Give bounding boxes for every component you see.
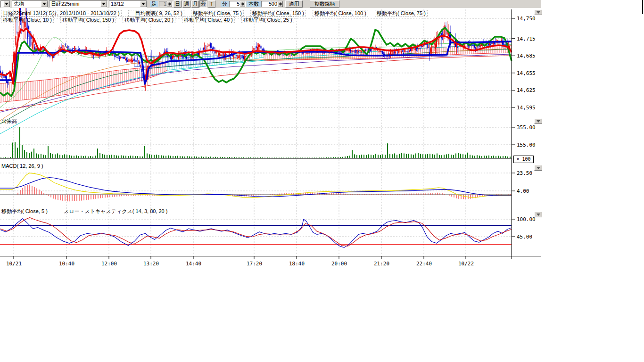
y-tick-label: 100.00 — [517, 216, 536, 222]
bar-count-label: 本数 — [247, 1, 261, 7]
window-edge-mark — [642, 0, 643, 14]
chevron-down-icon — [537, 214, 540, 216]
x-tick-label: 20:00 — [331, 261, 347, 267]
tick-button[interactable]: T — [208, 0, 215, 8]
chevron-down-icon — [537, 167, 540, 169]
mini-combo[interactable] — [0, 0, 10, 8]
bar-interval-value: 1 — [159, 1, 167, 7]
app-window: 14,75014,71514,68514,65514,62514,595355.… — [0, 0, 644, 362]
stoch-pane-dropdown-button[interactable] — [534, 212, 542, 217]
chevron-down-icon — [537, 11, 540, 14]
volume-pane-dropdown-button[interactable] — [534, 118, 542, 124]
minutes-stepper[interactable]: 5 — [229, 1, 246, 7]
legend-item: 移動平均( Close, 100 ) — [313, 10, 368, 16]
spinner-icon[interactable] — [167, 1, 172, 7]
y-tick-label: 4.00 — [517, 188, 529, 194]
y-tick-label: 14,595 — [517, 105, 536, 111]
symbol-combo-value: 日経225mini — [50, 1, 100, 7]
legend-item: 移動平均( Close, 75 ) — [375, 10, 428, 16]
y-tick-label: 14,750 — [517, 16, 536, 22]
chevron-down-icon[interactable] — [3, 1, 10, 7]
price-pane-legend-row1: 日経225mini 13/12( 5分, 2013/10/18 - 2013/1… — [1, 10, 428, 16]
legend-item: 日経225mini 13/12( 5分, 2013/10/18 - 2013/1… — [1, 10, 122, 16]
x-tick-label: 10:40 — [59, 261, 74, 267]
apply-button[interactable]: 適用 — [285, 0, 303, 8]
y-tick-label: 14,655 — [517, 70, 536, 76]
y-tick-label: 23.50 — [517, 170, 532, 176]
x-tick-label: 17:20 — [247, 261, 262, 267]
legend-item: 移動平均( Close, 75 ) — [191, 10, 244, 16]
x-tick-label: 10/22 — [458, 261, 474, 267]
legend-item: 移動平均( Close, 25 ) — [241, 16, 294, 23]
legend-item: 移動平均( Close, 20 ) — [123, 16, 175, 23]
monthly-button[interactable]: 月 — [191, 0, 199, 8]
macd-pane-label: MACD( 12, 26, 9 ) — [1, 163, 43, 169]
y-tick-label: 14,715 — [517, 36, 536, 42]
category-combo[interactable]: 先物 — [12, 0, 48, 8]
chevron-down-icon[interactable] — [41, 1, 48, 7]
stoch-pane-label: スロー・ストキャスティクス( 14, 3, 80, 20 ) — [64, 208, 167, 214]
y-tick-label: 14,685 — [517, 53, 536, 59]
volume-multiplier-badge: × 100 — [513, 156, 534, 163]
y-tick-label: 155.00 — [517, 142, 536, 148]
legend-item: 一目均衡表( 9, 26, 52 ) — [128, 10, 184, 16]
bar-type-label: 足 — [150, 1, 158, 7]
multi-symbol-button[interactable]: 複数銘柄 — [310, 0, 339, 8]
bar-count-stepper[interactable]: 500 — [261, 1, 283, 7]
legend-item: 移動平均( Close, 150 ) — [60, 16, 116, 23]
weekly-button[interactable]: 週 — [182, 0, 190, 8]
bar-count-value: 500 — [262, 1, 278, 7]
x-tick-label: 10/21 — [6, 261, 22, 267]
x-tick-label: 21:20 — [374, 261, 389, 267]
x-tick-label: 12:00 — [101, 261, 117, 267]
spinner-icon[interactable] — [240, 1, 245, 7]
macd-pane-dropdown-button[interactable] — [534, 165, 542, 171]
category-combo-value: 先物 — [12, 1, 41, 7]
symbol-combo[interactable]: 日経225mini — [49, 0, 107, 8]
chevron-down-icon[interactable] — [100, 1, 107, 7]
minute-button[interactable]: 分 — [199, 0, 207, 8]
legend-item: 移動平均( Close, 150 ) — [250, 10, 306, 16]
chevron-down-icon — [537, 120, 540, 123]
x-tick-label: 13:20 — [143, 261, 159, 267]
x-tick-label: 18:40 — [289, 261, 305, 267]
contract-combo-value: 13/12 — [109, 1, 140, 7]
y-tick-label: 45.00 — [517, 234, 532, 240]
legend-item: 移動平均( Close, 40 ) — [182, 16, 235, 23]
daily-button[interactable]: 日 — [173, 0, 182, 8]
volume-pane-label: 出来高 — [1, 118, 17, 124]
x-tick-label: 14:40 — [186, 261, 201, 267]
minutes-label: 分 — [221, 1, 229, 7]
chart-canvas: 14,75014,71514,68514,65514,62514,595355.… — [0, 0, 644, 283]
contract-combo[interactable]: 13/12 — [109, 0, 147, 8]
y-tick-label: 14,625 — [517, 87, 536, 93]
stoch-ma-label: 移動平均( Close, 5 ) — [1, 208, 48, 214]
price-pane-dropdown-button[interactable] — [534, 9, 542, 15]
toolbar: 先物 日経225mini 13/12 足 1 日 週 月 分 T 分 5 本数 … — [0, 0, 541, 8]
bar-interval-stepper[interactable]: 1 — [159, 1, 173, 7]
price-pane-legend-row2: 移動平均( Close, 10 )移動平均( Close, 150 )移動平均(… — [1, 16, 294, 23]
legend-item: 移動平均( Close, 10 ) — [1, 16, 54, 23]
minutes-value: 5 — [230, 1, 240, 7]
spinner-icon[interactable] — [278, 1, 283, 7]
x-tick-label: 22:40 — [416, 261, 432, 267]
y-tick-label: 355.00 — [517, 124, 536, 131]
chevron-down-icon[interactable] — [140, 1, 147, 7]
